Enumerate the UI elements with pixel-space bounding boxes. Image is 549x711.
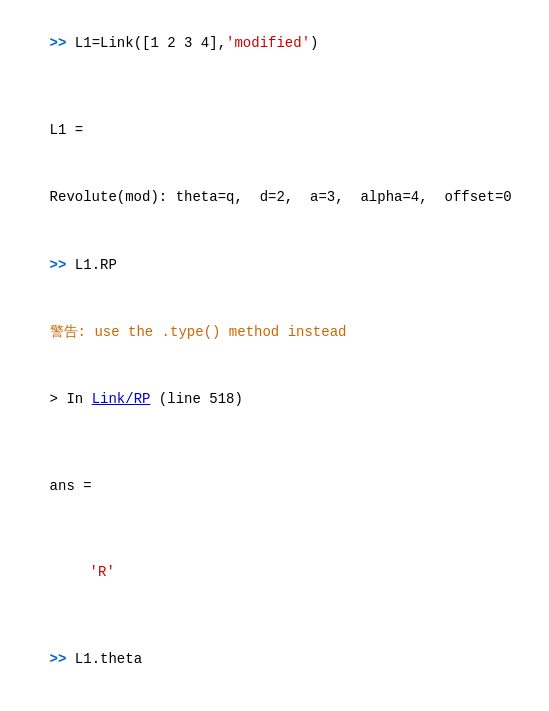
ans1-label-text: ans =	[50, 478, 92, 494]
prompt-2: >>	[50, 257, 75, 273]
code-2: L1.RP	[75, 257, 117, 273]
command-line-2: >> L1.RP	[16, 231, 533, 298]
command-line-3: >> L1.theta	[16, 626, 533, 693]
code-1b: )	[310, 35, 318, 51]
ans1-value-text: 'R'	[90, 564, 115, 580]
warning-text: 警告: use the .type() method instead	[50, 324, 347, 340]
output-label-l1: L1 =	[16, 97, 533, 164]
l1-label-text: L1 =	[50, 122, 84, 138]
warning-line: 警告: use the .type() method instead	[16, 298, 533, 365]
prompt-1: >>	[50, 35, 75, 51]
warning-ref-prefix: > In	[50, 391, 92, 407]
ans1-value-line: 'R'	[16, 539, 533, 606]
prompt-3: >>	[50, 651, 75, 667]
warning-ref-line: > In Link/RP (line 518)	[16, 365, 533, 432]
code-3: L1.theta	[75, 651, 142, 667]
console-output: >> L1=Link([1 2 3 4],'modified') L1 = Re…	[16, 10, 533, 711]
ans1-label-line: ans =	[16, 452, 533, 519]
l1-value-text: Revolute(mod): theta=q, d=2, a=3, alpha=…	[50, 189, 512, 205]
warning-ref-link[interactable]: Link/RP	[92, 391, 151, 407]
command-line-1: >> L1=Link([1 2 3 4],'modified')	[16, 10, 533, 77]
warning-ref-suffix: (line 518)	[150, 391, 242, 407]
string-1: 'modified'	[226, 35, 310, 51]
l1-value-line: Revolute(mod): theta=q, d=2, a=3, alpha=…	[16, 164, 533, 231]
code-1a: L1=Link([1 2 3 4],	[75, 35, 226, 51]
